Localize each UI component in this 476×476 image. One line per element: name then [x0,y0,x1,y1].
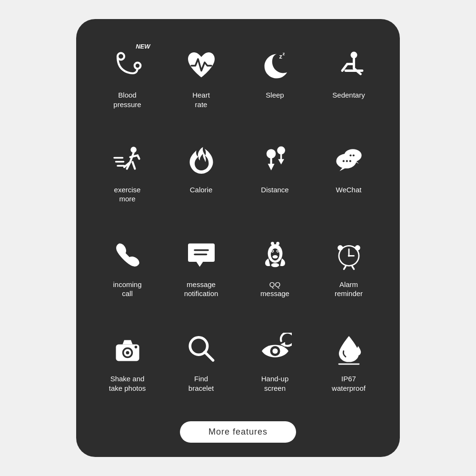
feature-waterproof: IP67waterproof [312,322,386,416]
sedentary-label: Sedentary [332,90,365,100]
svg-point-27 [277,250,278,252]
sleep-label: Sleep [266,90,284,100]
svg-point-12 [277,146,285,154]
feature-card: NEW Bloodpressure Heartrate z z [76,19,400,457]
svg-line-47 [205,352,213,361]
svg-line-39 [344,266,346,269]
feature-qq: QQmessage [238,228,312,322]
svg-point-49 [272,348,278,354]
svg-line-40 [352,266,354,269]
exercise-label: exercisemore [114,185,141,204]
qq-label: QQmessage [260,280,289,298]
calorie-icon [182,141,220,179]
qq-icon [256,236,294,274]
svg-point-28 [272,255,278,258]
svg-point-15 [342,160,344,162]
feature-wechat: WeChat [312,133,386,228]
svg-point-26 [272,250,273,252]
svg-point-31 [276,242,279,245]
feature-heart-rate: Heartrate [164,38,238,133]
features-grid: NEW Bloodpressure Heartrate z z [90,38,386,416]
svg-point-29 [271,263,279,267]
alarm-icon [330,236,368,274]
feature-blood-pressure: NEW Bloodpressure [90,38,164,133]
sleep-icon: z z [256,47,294,85]
message-label: messagenotification [184,280,218,298]
feature-shake-photo: Shake andtake photos [90,322,164,416]
feature-sleep: z z Sleep [238,38,312,133]
eye-icon [256,330,294,368]
feature-calorie: Calorie [164,133,238,228]
svg-point-37 [337,245,343,250]
waterproof-label: IP67waterproof [332,374,366,393]
svg-point-16 [346,160,347,162]
wechat-icon [330,141,368,179]
svg-point-30 [270,242,274,245]
message-icon [182,236,220,274]
svg-point-17 [349,160,351,162]
feature-find-bracelet: Findbracelet [164,322,238,416]
heart-rate-label: Heartrate [192,90,210,109]
distance-icon [256,141,294,179]
phone-icon [109,236,147,274]
search-icon [182,330,220,368]
incoming-call-label: incomingcall [113,280,141,298]
feature-sedentary: Sedentary [312,38,386,133]
svg-point-2 [135,64,139,68]
feature-distance: Distance [238,133,312,228]
svg-point-44 [126,351,129,355]
svg-text:z: z [279,53,282,60]
more-features-button[interactable]: More features [180,421,296,443]
feature-message: messagenotification [164,228,238,322]
stethoscope-icon: NEW [109,47,147,85]
shake-photo-label: Shake andtake photos [109,374,146,393]
svg-point-19 [352,154,354,156]
handup-label: Hand-upscreen [261,374,289,393]
camera-icon [109,330,147,368]
water-icon [330,330,368,368]
svg-point-45 [134,346,137,349]
blood-pressure-label: Bloodpressure [113,90,141,109]
svg-point-11 [266,149,276,159]
calorie-label: Calorie [190,185,213,195]
sedentary-icon [330,47,368,85]
feature-incoming-call: incomingcall [90,228,164,322]
svg-point-18 [349,154,351,156]
heart-rate-icon [182,47,220,85]
svg-point-36 [347,255,349,257]
svg-point-38 [355,245,360,250]
feature-alarm: Alarmreminder [312,228,386,322]
exercise-icon [109,141,147,179]
find-bracelet-label: Findbracelet [188,374,214,393]
wechat-label: WeChat [336,185,362,195]
svg-text:z: z [282,51,285,56]
feature-exercise: exercisemore [90,133,164,228]
feature-handup: Hand-upscreen [238,322,312,416]
new-badge: NEW [136,43,150,50]
alarm-label: Alarmreminder [335,280,363,298]
distance-label: Distance [261,185,288,195]
